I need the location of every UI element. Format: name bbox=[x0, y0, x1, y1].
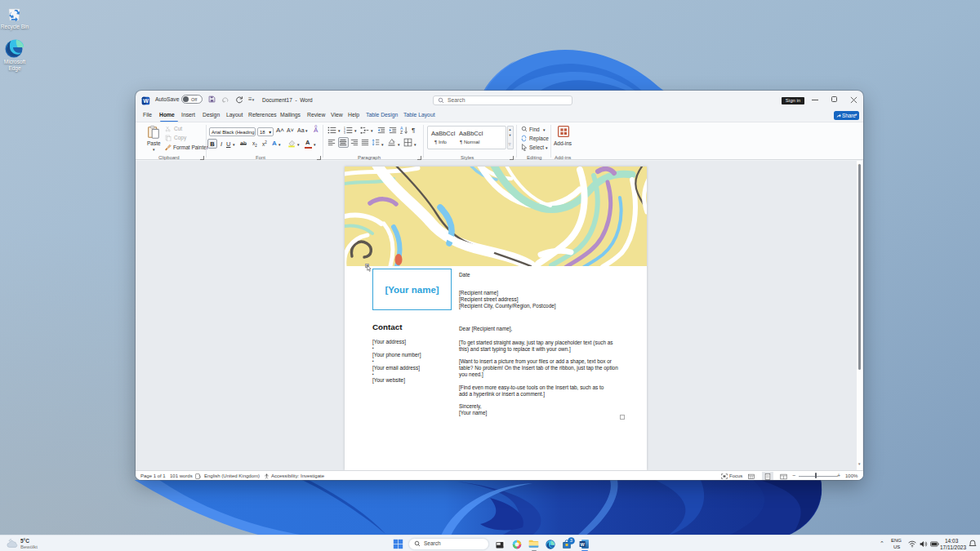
svg-text:3: 3 bbox=[570, 538, 572, 543]
svg-text:W: W bbox=[143, 98, 149, 104]
svg-text:W: W bbox=[581, 542, 586, 547]
svg-text:Z: Z bbox=[400, 130, 403, 135]
svg-text:3: 3 bbox=[344, 131, 345, 134]
